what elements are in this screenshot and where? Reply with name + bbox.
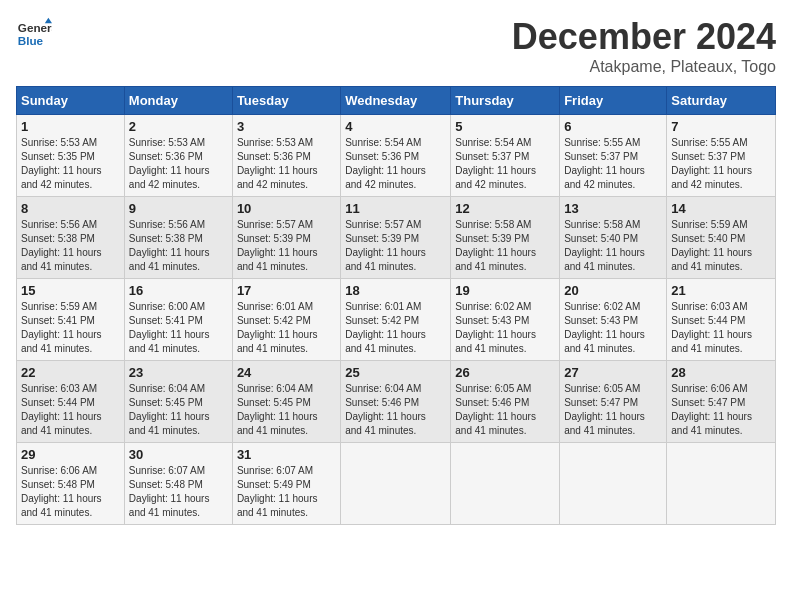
column-header-sunday: Sunday bbox=[17, 87, 125, 115]
day-info: Sunrise: 5:55 AM Sunset: 5:37 PM Dayligh… bbox=[671, 136, 771, 192]
day-number: 25 bbox=[345, 365, 446, 380]
day-info: Sunrise: 5:58 AM Sunset: 5:40 PM Dayligh… bbox=[564, 218, 662, 274]
day-number: 4 bbox=[345, 119, 446, 134]
calendar-cell: 18Sunrise: 6:01 AM Sunset: 5:42 PM Dayli… bbox=[341, 279, 451, 361]
day-info: Sunrise: 6:05 AM Sunset: 5:46 PM Dayligh… bbox=[455, 382, 555, 438]
day-info: Sunrise: 6:01 AM Sunset: 5:42 PM Dayligh… bbox=[345, 300, 446, 356]
calendar-week-4: 22Sunrise: 6:03 AM Sunset: 5:44 PM Dayli… bbox=[17, 361, 776, 443]
calendar-cell: 27Sunrise: 6:05 AM Sunset: 5:47 PM Dayli… bbox=[560, 361, 667, 443]
day-info: Sunrise: 6:07 AM Sunset: 5:48 PM Dayligh… bbox=[129, 464, 228, 520]
day-info: Sunrise: 6:04 AM Sunset: 5:45 PM Dayligh… bbox=[129, 382, 228, 438]
calendar-cell: 16Sunrise: 6:00 AM Sunset: 5:41 PM Dayli… bbox=[124, 279, 232, 361]
day-info: Sunrise: 6:02 AM Sunset: 5:43 PM Dayligh… bbox=[455, 300, 555, 356]
calendar-header: SundayMondayTuesdayWednesdayThursdayFrid… bbox=[17, 87, 776, 115]
calendar-week-5: 29Sunrise: 6:06 AM Sunset: 5:48 PM Dayli… bbox=[17, 443, 776, 525]
day-info: Sunrise: 5:54 AM Sunset: 5:36 PM Dayligh… bbox=[345, 136, 446, 192]
day-info: Sunrise: 6:00 AM Sunset: 5:41 PM Dayligh… bbox=[129, 300, 228, 356]
day-number: 17 bbox=[237, 283, 336, 298]
day-number: 6 bbox=[564, 119, 662, 134]
day-number: 16 bbox=[129, 283, 228, 298]
calendar-cell: 31Sunrise: 6:07 AM Sunset: 5:49 PM Dayli… bbox=[232, 443, 340, 525]
day-number: 26 bbox=[455, 365, 555, 380]
day-info: Sunrise: 6:04 AM Sunset: 5:46 PM Dayligh… bbox=[345, 382, 446, 438]
day-number: 13 bbox=[564, 201, 662, 216]
calendar-cell: 12Sunrise: 5:58 AM Sunset: 5:39 PM Dayli… bbox=[451, 197, 560, 279]
calendar-cell: 3Sunrise: 5:53 AM Sunset: 5:36 PM Daylig… bbox=[232, 115, 340, 197]
day-info: Sunrise: 6:03 AM Sunset: 5:44 PM Dayligh… bbox=[671, 300, 771, 356]
day-number: 29 bbox=[21, 447, 120, 462]
day-info: Sunrise: 5:56 AM Sunset: 5:38 PM Dayligh… bbox=[129, 218, 228, 274]
day-info: Sunrise: 5:53 AM Sunset: 5:35 PM Dayligh… bbox=[21, 136, 120, 192]
calendar-cell: 17Sunrise: 6:01 AM Sunset: 5:42 PM Dayli… bbox=[232, 279, 340, 361]
day-info: Sunrise: 6:06 AM Sunset: 5:47 PM Dayligh… bbox=[671, 382, 771, 438]
column-header-friday: Friday bbox=[560, 87, 667, 115]
day-number: 5 bbox=[455, 119, 555, 134]
day-info: Sunrise: 5:57 AM Sunset: 5:39 PM Dayligh… bbox=[345, 218, 446, 274]
calendar-cell bbox=[560, 443, 667, 525]
day-number: 18 bbox=[345, 283, 446, 298]
day-info: Sunrise: 6:05 AM Sunset: 5:47 PM Dayligh… bbox=[564, 382, 662, 438]
page-header: General Blue December 2024 Atakpame, Pla… bbox=[16, 16, 776, 76]
calendar-cell bbox=[667, 443, 776, 525]
day-number: 19 bbox=[455, 283, 555, 298]
title-block: December 2024 Atakpame, Plateaux, Togo bbox=[512, 16, 776, 76]
calendar-cell bbox=[451, 443, 560, 525]
calendar-cell: 26Sunrise: 6:05 AM Sunset: 5:46 PM Dayli… bbox=[451, 361, 560, 443]
calendar-cell: 1Sunrise: 5:53 AM Sunset: 5:35 PM Daylig… bbox=[17, 115, 125, 197]
day-number: 24 bbox=[237, 365, 336, 380]
calendar-cell: 25Sunrise: 6:04 AM Sunset: 5:46 PM Dayli… bbox=[341, 361, 451, 443]
calendar-cell: 7Sunrise: 5:55 AM Sunset: 5:37 PM Daylig… bbox=[667, 115, 776, 197]
day-info: Sunrise: 5:53 AM Sunset: 5:36 PM Dayligh… bbox=[237, 136, 336, 192]
calendar-cell: 21Sunrise: 6:03 AM Sunset: 5:44 PM Dayli… bbox=[667, 279, 776, 361]
day-info: Sunrise: 5:59 AM Sunset: 5:40 PM Dayligh… bbox=[671, 218, 771, 274]
day-number: 14 bbox=[671, 201, 771, 216]
day-info: Sunrise: 5:56 AM Sunset: 5:38 PM Dayligh… bbox=[21, 218, 120, 274]
day-info: Sunrise: 5:58 AM Sunset: 5:39 PM Dayligh… bbox=[455, 218, 555, 274]
day-number: 28 bbox=[671, 365, 771, 380]
day-info: Sunrise: 6:02 AM Sunset: 5:43 PM Dayligh… bbox=[564, 300, 662, 356]
day-info: Sunrise: 5:59 AM Sunset: 5:41 PM Dayligh… bbox=[21, 300, 120, 356]
column-header-saturday: Saturday bbox=[667, 87, 776, 115]
calendar-cell: 13Sunrise: 5:58 AM Sunset: 5:40 PM Dayli… bbox=[560, 197, 667, 279]
calendar-cell: 15Sunrise: 5:59 AM Sunset: 5:41 PM Dayli… bbox=[17, 279, 125, 361]
calendar-cell: 9Sunrise: 5:56 AM Sunset: 5:38 PM Daylig… bbox=[124, 197, 232, 279]
day-number: 9 bbox=[129, 201, 228, 216]
day-info: Sunrise: 5:55 AM Sunset: 5:37 PM Dayligh… bbox=[564, 136, 662, 192]
day-info: Sunrise: 6:07 AM Sunset: 5:49 PM Dayligh… bbox=[237, 464, 336, 520]
day-info: Sunrise: 6:06 AM Sunset: 5:48 PM Dayligh… bbox=[21, 464, 120, 520]
calendar-cell: 5Sunrise: 5:54 AM Sunset: 5:37 PM Daylig… bbox=[451, 115, 560, 197]
day-info: Sunrise: 5:53 AM Sunset: 5:36 PM Dayligh… bbox=[129, 136, 228, 192]
logo: General Blue bbox=[16, 16, 52, 52]
calendar-subtitle: Atakpame, Plateaux, Togo bbox=[512, 58, 776, 76]
calendar-cell: 30Sunrise: 6:07 AM Sunset: 5:48 PM Dayli… bbox=[124, 443, 232, 525]
calendar-cell: 10Sunrise: 5:57 AM Sunset: 5:39 PM Dayli… bbox=[232, 197, 340, 279]
calendar-cell: 14Sunrise: 5:59 AM Sunset: 5:40 PM Dayli… bbox=[667, 197, 776, 279]
day-number: 15 bbox=[21, 283, 120, 298]
day-number: 22 bbox=[21, 365, 120, 380]
column-header-wednesday: Wednesday bbox=[341, 87, 451, 115]
day-number: 30 bbox=[129, 447, 228, 462]
day-number: 21 bbox=[671, 283, 771, 298]
calendar-week-2: 8Sunrise: 5:56 AM Sunset: 5:38 PM Daylig… bbox=[17, 197, 776, 279]
calendar-cell bbox=[341, 443, 451, 525]
day-number: 11 bbox=[345, 201, 446, 216]
calendar-week-3: 15Sunrise: 5:59 AM Sunset: 5:41 PM Dayli… bbox=[17, 279, 776, 361]
calendar-cell: 24Sunrise: 6:04 AM Sunset: 5:45 PM Dayli… bbox=[232, 361, 340, 443]
day-info: Sunrise: 6:04 AM Sunset: 5:45 PM Dayligh… bbox=[237, 382, 336, 438]
column-header-tuesday: Tuesday bbox=[232, 87, 340, 115]
calendar-cell: 2Sunrise: 5:53 AM Sunset: 5:36 PM Daylig… bbox=[124, 115, 232, 197]
svg-text:Blue: Blue bbox=[18, 34, 44, 47]
calendar-week-1: 1Sunrise: 5:53 AM Sunset: 5:35 PM Daylig… bbox=[17, 115, 776, 197]
day-info: Sunrise: 6:01 AM Sunset: 5:42 PM Dayligh… bbox=[237, 300, 336, 356]
day-number: 20 bbox=[564, 283, 662, 298]
calendar-cell: 6Sunrise: 5:55 AM Sunset: 5:37 PM Daylig… bbox=[560, 115, 667, 197]
calendar-cell: 22Sunrise: 6:03 AM Sunset: 5:44 PM Dayli… bbox=[17, 361, 125, 443]
day-number: 3 bbox=[237, 119, 336, 134]
day-number: 23 bbox=[129, 365, 228, 380]
day-info: Sunrise: 5:57 AM Sunset: 5:39 PM Dayligh… bbox=[237, 218, 336, 274]
day-number: 7 bbox=[671, 119, 771, 134]
column-header-thursday: Thursday bbox=[451, 87, 560, 115]
calendar-cell: 8Sunrise: 5:56 AM Sunset: 5:38 PM Daylig… bbox=[17, 197, 125, 279]
day-number: 27 bbox=[564, 365, 662, 380]
logo-icon: General Blue bbox=[16, 16, 52, 52]
